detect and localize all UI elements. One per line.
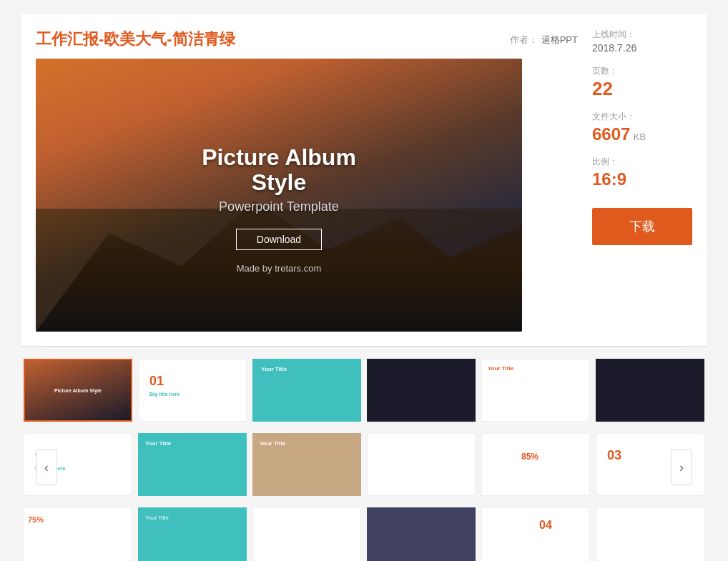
prev-nav-button[interactable]: ‹ xyxy=(36,450,57,485)
filesize-value-container: 6607 KB xyxy=(592,124,692,144)
date-value: 2018.7.26 xyxy=(592,42,692,54)
thumb-row-3 xyxy=(72,507,656,561)
thumbnail-2[interactable] xyxy=(138,359,247,422)
author-info: 作者： 逼格PPT xyxy=(510,33,578,46)
preview-content: Picture Album Style Powerpoint Template … xyxy=(202,116,356,274)
ratio-label: 比例： xyxy=(592,156,692,168)
author-label: 作者： xyxy=(510,34,538,45)
thumbnail-10[interactable] xyxy=(367,433,476,496)
preview-title: Picture Album Style xyxy=(202,145,356,195)
meta-pages: 页数： 22 xyxy=(592,65,692,99)
download-button[interactable]: 下载 xyxy=(592,208,692,245)
meta-ratio: 比例： 16:9 xyxy=(592,156,692,189)
meta-date: 上线时间： 2018.7.26 xyxy=(592,29,692,54)
thumbnail-6[interactable] xyxy=(596,359,704,422)
preview-download-button[interactable]: Download xyxy=(236,229,322,250)
date-label: 上线时间： xyxy=(592,29,692,41)
thumbnail-container xyxy=(36,359,692,561)
right-panel: 上线时间： 2018.7.26 页数： 22 文件大小： 6607 KB 比例：… xyxy=(592,29,692,332)
filesize-label: 文件大小： xyxy=(592,111,692,123)
thumbnail-4[interactable] xyxy=(367,359,476,422)
left-area: 工作汇报-欧美大气-简洁青绿 作者： 逼格PPT Picture Album S… xyxy=(36,29,578,332)
ratio-value: 16:9 xyxy=(592,169,692,189)
thumbnail-15[interactable] xyxy=(252,507,361,561)
thumbnail-9[interactable] xyxy=(252,433,361,496)
filesize-value: 6607 xyxy=(592,124,630,144)
thumb-row-1 xyxy=(72,359,656,422)
author-name: 逼格PPT xyxy=(541,34,578,45)
thumbnail-3[interactable] xyxy=(252,359,361,422)
thumbnail-5[interactable] xyxy=(481,359,590,422)
preview-made-by: Made by tretars.com xyxy=(202,263,356,274)
thumbnail-14[interactable] xyxy=(138,507,247,561)
page-wrapper: 工作汇报-欧美大气-简洁青绿 作者： 逼格PPT Picture Album S… xyxy=(0,0,728,561)
main-preview: Picture Album Style Powerpoint Template … xyxy=(36,59,522,332)
next-nav-button[interactable]: › xyxy=(671,450,692,485)
thumbnail-16[interactable] xyxy=(367,507,476,561)
preview-subtitle: Powerpoint Template xyxy=(202,199,356,214)
thumbnail-8[interactable] xyxy=(138,433,247,496)
thumbnail-13[interactable] xyxy=(24,507,132,561)
thumbnail-11[interactable] xyxy=(481,433,590,496)
thumb-row-2 xyxy=(72,433,656,496)
top-section: 工作汇报-欧美大气-简洁青绿 作者： 逼格PPT Picture Album S… xyxy=(21,14,707,347)
thumbnails-section: ‹ › xyxy=(21,347,707,561)
thumbnail-1[interactable] xyxy=(24,359,132,422)
filesize-unit: KB xyxy=(634,131,646,142)
thumbnail-17[interactable] xyxy=(481,507,590,561)
pages-label: 页数： xyxy=(592,65,692,77)
pages-value: 22 xyxy=(592,79,692,99)
title-row: 工作汇报-欧美大气-简洁青绿 作者： 逼格PPT xyxy=(36,29,578,50)
main-title: 工作汇报-欧美大气-简洁青绿 xyxy=(36,29,235,50)
meta-filesize: 文件大小： 6607 KB xyxy=(592,111,692,144)
thumbnail-18[interactable] xyxy=(596,507,704,561)
